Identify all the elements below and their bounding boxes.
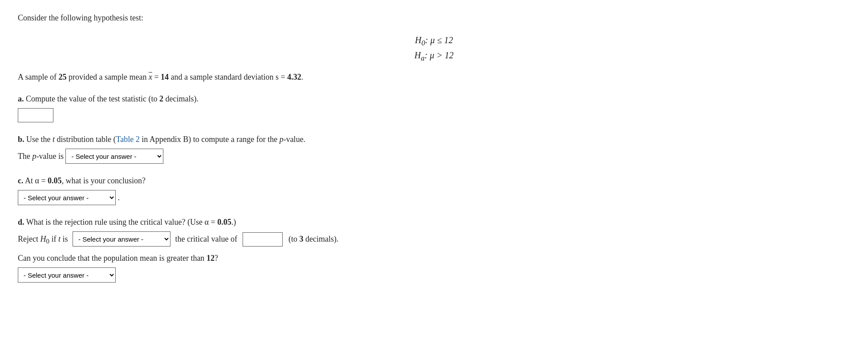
part-c-section: c. At α = 0.05, what is your conclusion?… xyxy=(18,176,850,205)
part-d-conclude-question: Can you conclude that the population mea… xyxy=(18,254,850,263)
hypothesis-block: H0: μ ≤ 12 Ha: μ > 12 xyxy=(18,35,850,63)
part-c-question: c. At α = 0.05, what is your conclusion? xyxy=(18,176,850,186)
intro-label: Consider the following hypothesis test: xyxy=(18,13,143,22)
part-a-input-container xyxy=(18,108,850,122)
table2-link[interactable]: Table 2 xyxy=(116,135,140,144)
pvalue-dropdown[interactable]: - Select your answer - p < 0.005 0.005 ≤… xyxy=(65,149,163,164)
test-statistic-input[interactable] xyxy=(18,108,53,122)
part-d-question: d. What is the rejection rule using the … xyxy=(18,218,850,227)
conclusion-period: . xyxy=(118,193,120,202)
critical-value-input[interactable] xyxy=(243,232,283,247)
h0-text: H0: μ ≤ 12 xyxy=(415,35,453,45)
conclude-dropdown[interactable]: - Select your answer - Yes No xyxy=(18,267,116,283)
part-d-label: d. xyxy=(18,218,24,226)
ha-text: Ha: μ > 12 xyxy=(414,50,454,60)
part-c-dropdown-line: - Select your answer - Reject H₀ Do not … xyxy=(18,190,850,205)
part-c-label: c. xyxy=(18,176,24,185)
part-a-label: a. xyxy=(18,94,24,103)
ha-line: Ha: μ > 12 xyxy=(18,50,850,63)
part-a-section: a. Compute the value of the test statist… xyxy=(18,94,850,122)
conclusion-dropdown[interactable]: - Select your answer - Reject H₀ Do not … xyxy=(18,190,116,205)
part-a-question: a. Compute the value of the test statist… xyxy=(18,94,850,104)
part-d-section: d. What is the rejection rule using the … xyxy=(18,218,850,283)
part-b-label: b. xyxy=(18,135,24,144)
part-b-question: b. Use the t distribution table (Table 2… xyxy=(18,135,850,144)
h0-line: H0: μ ≤ 12 xyxy=(18,35,850,48)
intro-text: Consider the following hypothesis test: xyxy=(18,13,850,23)
part-b-pvalue-line: The p-value is - Select your answer - p … xyxy=(18,149,850,164)
part-d-reject-line: Reject H0 if t is - Select your answer -… xyxy=(18,231,850,247)
sample-info: A sample of 25 provided a sample mean x … xyxy=(18,73,850,82)
part-d-conclude-dropdown-line: - Select your answer - Yes No xyxy=(18,267,850,283)
part-b-section: b. Use the t distribution table (Table 2… xyxy=(18,135,850,164)
reject-rule-dropdown[interactable]: - Select your answer - greater than or e… xyxy=(73,231,170,247)
